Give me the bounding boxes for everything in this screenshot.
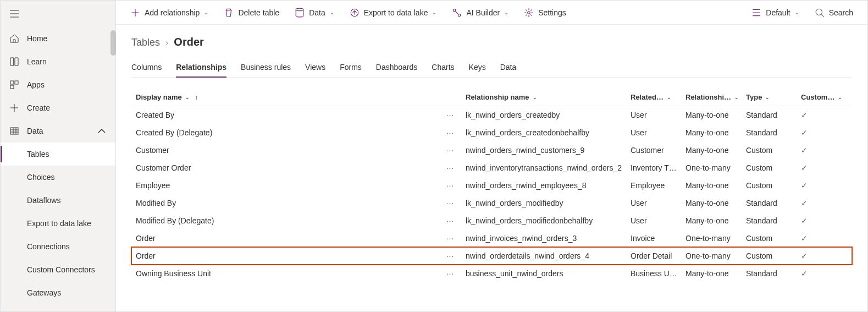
list-icon [751, 8, 761, 18]
sidebar-item-label: Home [27, 34, 47, 43]
command-bar: Add relationship ⌄ Delete table Data ⌄ E… [116, 1, 867, 25]
sidebar-item-label: Export to data lake [27, 219, 91, 228]
more-icon: ··· [446, 181, 455, 190]
tab-views[interactable]: Views [305, 58, 325, 77]
row-more-button[interactable]: ··· [439, 269, 461, 278]
row-more-button[interactable]: ··· [439, 146, 461, 155]
cell-display-name: Modified By (Delegate) [131, 216, 439, 225]
sidebar-item-tables[interactable]: Tables [1, 143, 115, 166]
sidebar-item-label: Custom Connectors [27, 265, 95, 274]
cell-type: Custom [742, 234, 797, 243]
cell-relationship-type: Many-to-one [681, 216, 742, 225]
tab-keys[interactable]: Keys [469, 58, 486, 77]
column-header-custom[interactable]: Custom…⌄ [797, 93, 835, 101]
table-row[interactable]: Created By (Delegate)···lk_nwind_orders_… [131, 124, 852, 141]
cell-type: Standard [742, 128, 797, 137]
column-header-actions [439, 93, 461, 101]
table-row[interactable]: Owning Business Unit···business_unit_nwi… [131, 265, 852, 282]
cell-custom: ✓ [797, 199, 835, 207]
cell-related: User [626, 199, 681, 207]
row-more-button[interactable]: ··· [439, 181, 461, 190]
sidebar-item-dataflows[interactable]: Dataflows [1, 189, 115, 212]
cell-custom: ✓ [797, 163, 835, 172]
cell-display-name: Order [131, 234, 439, 243]
table-row[interactable]: Modified By···lk_nwind_orders_modifiedby… [131, 194, 852, 212]
column-header-relationship-name[interactable]: Relationship name⌄ [461, 93, 626, 101]
sidebar-item-label: Gateways [27, 288, 61, 297]
cell-custom: ✓ [797, 216, 835, 225]
data-button[interactable]: Data ⌄ [289, 1, 340, 24]
sidebar-item-connections[interactable]: Connections [1, 235, 115, 258]
table-row[interactable]: Modified By (Delegate)···lk_nwind_orders… [131, 212, 852, 229]
column-header-related[interactable]: Related…⌄ [626, 93, 681, 101]
cmd-label: AI Builder [466, 8, 500, 17]
table-header-row: Display name⌄ Relationship name⌄ Related… [131, 89, 852, 106]
cell-display-name: Modified By [131, 199, 439, 207]
cell-display-name: Customer Order [131, 163, 439, 172]
tab-forms[interactable]: Forms [340, 58, 362, 77]
sidebar-item-learn[interactable]: Learn [1, 50, 115, 73]
view-mode-button[interactable]: Default ⌄ [746, 1, 804, 24]
table-row[interactable]: Customer Order···nwind_inventorytransact… [131, 159, 852, 177]
trash-icon [224, 8, 234, 18]
cell-related: Business U… [626, 269, 681, 278]
column-header-display-name[interactable]: Display name⌄ [131, 93, 439, 101]
cell-relationship-type: Many-to-one [681, 181, 742, 190]
settings-button[interactable]: Settings [518, 1, 572, 24]
row-more-button[interactable]: ··· [439, 251, 461, 260]
cell-type: Custom [742, 251, 797, 260]
cell-type: Custom [742, 146, 797, 155]
chevron-down-icon: ⌄ [330, 9, 334, 15]
export-to-data-lake-button[interactable]: Export to data lake ⌄ [344, 1, 443, 24]
tab-dashboards[interactable]: Dashboards [376, 58, 418, 77]
tab-data[interactable]: Data [500, 58, 517, 77]
row-more-button[interactable]: ··· [439, 199, 461, 207]
table-row[interactable]: Employee···nwind_orders_nwind_employees_… [131, 177, 852, 194]
row-more-button[interactable]: ··· [439, 163, 461, 172]
tab-charts[interactable]: Charts [432, 58, 454, 77]
breadcrumb-root[interactable]: Tables [131, 37, 160, 48]
column-header-relationship-type[interactable]: Relationshi…⌄ [681, 93, 742, 101]
sidebar-item-apps[interactable]: Apps [1, 73, 115, 96]
cell-display-name: Owning Business Unit [131, 269, 439, 278]
tab-columns[interactable]: Columns [131, 58, 162, 77]
sidebar-item-choices[interactable]: Choices [1, 166, 115, 189]
svg-rect-0 [10, 81, 14, 84]
table-row[interactable]: Customer···nwind_orders_nwind_customers_… [131, 141, 852, 159]
sidebar-item-gateways[interactable]: Gateways [1, 281, 115, 304]
table-row[interactable]: Order···nwind_orderdetails_nwind_orders_… [131, 247, 852, 265]
add-relationship-button[interactable]: Add relationship ⌄ [125, 1, 214, 24]
search-button[interactable]: Search [809, 1, 859, 24]
cell-relationship-name: nwind_orders_nwind_customers_9 [461, 146, 626, 155]
ai-builder-button[interactable]: AI Builder ⌄ [446, 1, 514, 24]
sidebar-item-create[interactable]: Create [1, 96, 115, 119]
sidebar-item-label: Apps [27, 80, 45, 89]
table-row[interactable]: Created By···lk_nwind_orders_createdbyUs… [131, 106, 852, 124]
apps-icon [9, 80, 19, 90]
hamburger-button[interactable] [1, 1, 115, 27]
scrollbar-thumb[interactable] [110, 30, 116, 56]
column-header-type[interactable]: Type⌄ [742, 93, 797, 101]
cell-relationship-type: One-to-many [681, 163, 742, 172]
row-more-button[interactable]: ··· [439, 216, 461, 225]
sidebar-item-custom-connectors[interactable]: Custom Connectors [1, 258, 115, 281]
cell-display-name: Employee [131, 181, 439, 190]
sidebar-item-export-to-data-lake[interactable]: Export to data lake [1, 212, 115, 235]
row-more-button[interactable]: ··· [439, 111, 461, 119]
tab-relationships[interactable]: Relationships [176, 58, 226, 77]
row-more-button[interactable]: ··· [439, 128, 461, 137]
sidebar-item-data[interactable]: Data [1, 119, 115, 143]
cell-related: Inventory T… [626, 163, 681, 172]
more-icon: ··· [446, 111, 455, 119]
chevron-down-icon: ⌄ [432, 9, 436, 15]
sidebar-item-home[interactable]: Home [1, 27, 115, 50]
tab-business-rules[interactable]: Business rules [241, 58, 291, 77]
plus-icon [9, 103, 19, 113]
delete-table-button[interactable]: Delete table [218, 1, 285, 24]
cmd-label: Default [766, 8, 790, 17]
sidebar: Home Learn Apps Create Data Tables [1, 1, 116, 311]
row-more-button[interactable]: ··· [439, 234, 461, 243]
table-row[interactable]: Order···nwind_invoices_nwind_orders_3Inv… [131, 229, 852, 247]
cell-related: User [626, 111, 681, 119]
cell-custom: ✓ [797, 251, 835, 260]
